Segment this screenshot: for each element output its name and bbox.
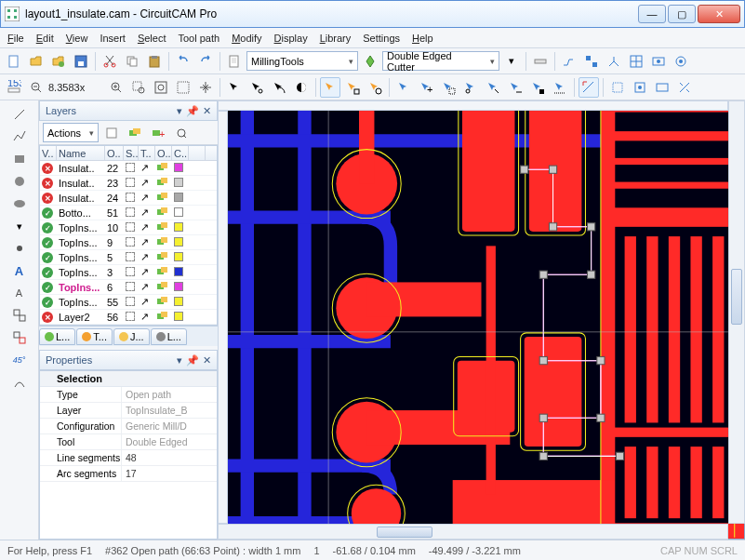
zoom-fit-icon[interactable] xyxy=(151,77,171,98)
color-swatch[interactable] xyxy=(174,178,183,187)
sel4-icon[interactable] xyxy=(291,77,312,98)
layer-row[interactable]: ✕ Insulat.. 23 ↗ xyxy=(40,176,217,191)
tab-tools[interactable]: T... xyxy=(76,328,113,345)
layer-row[interactable]: ✕ Insulat.. 22 ↗ xyxy=(40,161,217,176)
menu-select[interactable]: Select xyxy=(138,33,166,44)
layer-row[interactable]: ✕ Insulat.. 24 ↗ xyxy=(40,191,217,206)
x-icon[interactable]: ✕ xyxy=(42,178,53,189)
h-scrollbar[interactable] xyxy=(218,524,728,540)
t6-icon[interactable] xyxy=(648,51,669,72)
ruler-horizontal[interactable] xyxy=(218,100,728,111)
actions-combo[interactable]: Actions xyxy=(43,123,99,142)
rect-icon[interactable] xyxy=(9,149,30,169)
minimize-button[interactable]: — xyxy=(638,5,666,23)
layer-row[interactable]: ✓ TopIns... 10 ↗ xyxy=(40,220,217,235)
group-icon[interactable] xyxy=(9,305,30,326)
close-button[interactable]: ✕ xyxy=(698,5,740,23)
prop-value[interactable]: 48 xyxy=(122,450,217,465)
t2-icon[interactable] xyxy=(559,51,579,72)
zoom-in-icon[interactable] xyxy=(106,77,126,98)
sel-add-icon[interactable] xyxy=(342,77,363,98)
panel-menu-icon-2[interactable]: ▾ xyxy=(177,354,182,367)
color-swatch[interactable] xyxy=(174,297,183,306)
color-swatch[interactable] xyxy=(174,237,183,247)
t4-icon[interactable] xyxy=(604,51,624,72)
col-sel[interactable]: S.. xyxy=(124,146,139,160)
check-icon[interactable]: ✓ xyxy=(42,297,53,308)
layer-row[interactable]: ✓ TopIns... 9 ↗ xyxy=(40,235,217,250)
sel3-icon[interactable] xyxy=(269,77,289,98)
sel-mode-icon[interactable] xyxy=(320,77,340,98)
sel-b4-icon[interactable] xyxy=(483,77,503,98)
undo-button[interactable] xyxy=(173,51,193,72)
save-button[interactable] xyxy=(71,51,91,72)
cut-button[interactable] xyxy=(100,51,120,72)
angle45-icon[interactable]: 45° xyxy=(9,350,30,370)
menu-toolpath[interactable]: Tool path xyxy=(178,33,220,44)
tab-layers[interactable]: L... xyxy=(39,328,75,345)
layers-panel-header[interactable]: Layers ▾📌✕ xyxy=(39,100,218,121)
col-color[interactable]: C.. xyxy=(172,146,189,160)
sel-b1-icon[interactable]: + xyxy=(416,77,436,98)
panel-pin-icon[interactable]: 📌 xyxy=(186,105,199,117)
h-thumb[interactable] xyxy=(377,527,432,538)
sel-b6-icon[interactable] xyxy=(527,77,548,98)
sel-b2-icon[interactable] xyxy=(438,77,459,98)
property-row[interactable]: Line segments 48 xyxy=(40,450,217,466)
layer-row[interactable]: ✓ TopIns... 3 ↗ xyxy=(40,265,217,280)
check-icon[interactable]: ✓ xyxy=(42,222,53,233)
layer-row[interactable]: ✓ TopIns... 55 ↗ xyxy=(40,295,217,310)
menu-insert[interactable]: Insert xyxy=(100,33,126,44)
panel-close-icon-2[interactable]: ✕ xyxy=(203,354,211,367)
sel-b5-icon[interactable] xyxy=(505,77,525,98)
property-row[interactable]: Arc segments 17 xyxy=(40,466,217,482)
pcb-view[interactable] xyxy=(219,101,744,539)
t3-icon[interactable] xyxy=(581,51,602,72)
sel-sub-icon[interactable] xyxy=(365,77,385,98)
color-swatch[interactable] xyxy=(174,163,183,172)
property-row[interactable]: Tool Double Edged xyxy=(40,434,217,450)
property-row[interactable]: Configuration Generic Mill/D xyxy=(40,419,217,434)
curve-icon[interactable] xyxy=(9,372,30,393)
menu-file[interactable]: File xyxy=(7,33,24,44)
sel-b7-icon[interactable] xyxy=(550,77,570,98)
col-order[interactable]: O.. xyxy=(105,146,124,160)
shape4-icon[interactable] xyxy=(674,77,695,98)
shape1-icon[interactable] xyxy=(607,77,628,98)
ellipse-icon[interactable] xyxy=(9,193,30,214)
maximize-button[interactable]: ▢ xyxy=(668,5,696,23)
new-button[interactable] xyxy=(4,51,24,72)
layer-row[interactable]: ✓ Botto... 51 ↗ xyxy=(40,206,217,220)
ungroup-icon[interactable] xyxy=(9,327,30,348)
panel-pin-icon-2[interactable]: 📌 xyxy=(186,354,199,367)
zoom-area-icon[interactable] xyxy=(128,77,149,98)
panel-menu-icon[interactable]: ▾ xyxy=(177,105,182,117)
pad-icon[interactable] xyxy=(9,238,30,259)
redo-button[interactable] xyxy=(195,51,216,72)
property-row[interactable]: Type Open path xyxy=(40,387,217,403)
prop-value[interactable]: 17 xyxy=(122,466,217,481)
drop1-icon[interactable]: ▾ xyxy=(9,216,30,236)
v-scrollbar[interactable] xyxy=(728,100,745,524)
menu-view[interactable]: View xyxy=(66,33,88,44)
col-name[interactable]: Name xyxy=(57,146,105,160)
property-row[interactable]: Layer TopInsulate_B xyxy=(40,403,217,419)
cutter-dropdown[interactable]: ▾ xyxy=(501,51,522,72)
x-icon[interactable]: ✕ xyxy=(42,312,53,323)
panel-close-icon[interactable]: ✕ xyxy=(203,105,211,117)
menu-settings[interactable]: Settings xyxy=(363,33,400,44)
x-icon[interactable]: ✕ xyxy=(42,193,53,204)
menu-help[interactable]: Help xyxy=(412,33,433,44)
zoom-scale-icon[interactable]: 1536 xyxy=(4,77,24,98)
v-thumb[interactable] xyxy=(731,269,742,325)
shape2-icon[interactable] xyxy=(630,77,650,98)
color-swatch[interactable] xyxy=(174,207,183,217)
pan-icon[interactable] xyxy=(195,77,216,98)
sel1-icon[interactable] xyxy=(224,77,245,98)
color-swatch[interactable] xyxy=(174,222,183,232)
open2-button[interactable] xyxy=(48,51,69,72)
shape3-icon[interactable] xyxy=(652,77,672,98)
menu-edit[interactable]: Edit xyxy=(36,33,54,44)
check-icon[interactable]: ✓ xyxy=(42,237,53,248)
sel-all-icon[interactable] xyxy=(393,77,414,98)
